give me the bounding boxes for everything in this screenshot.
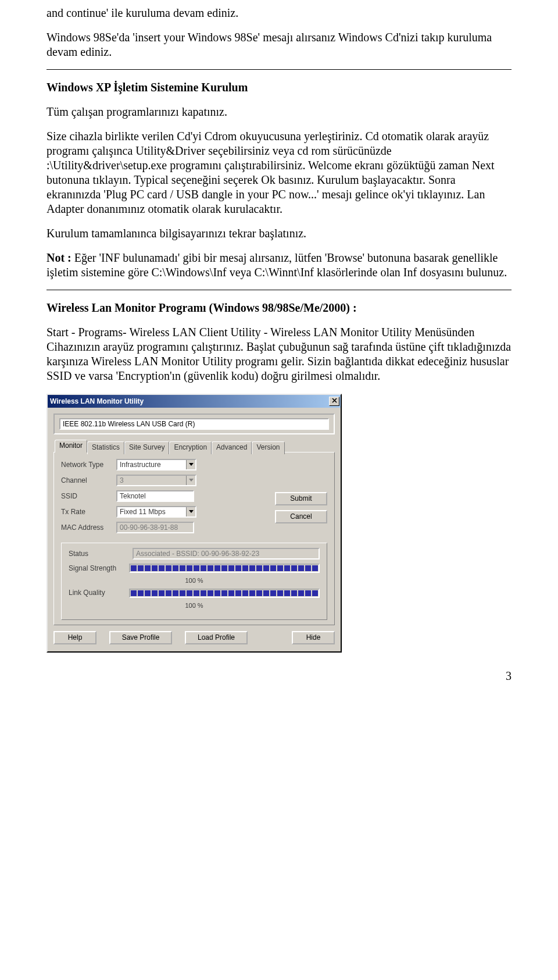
tab-site-survey[interactable]: Site Survey: [124, 441, 169, 454]
tx-rate-value: Fixed 11 Mbps: [117, 507, 186, 516]
label-mac-address: MAC Address: [61, 523, 116, 532]
signal-strength-bar: [129, 564, 320, 573]
heading: Wireless Lan Monitor Programı (Windows 9…: [46, 301, 512, 315]
close-icon: [332, 397, 337, 405]
monitor-panel: Network Type Infrastructure: [53, 452, 335, 625]
link-quality-percent: 100 %: [69, 602, 320, 610]
dialog-screenshot: Wireless LAN Monitor Utility IEEE 802.11…: [46, 394, 512, 653]
tx-rate-combo[interactable]: Fixed 11 Mbps: [116, 506, 196, 518]
page-number: 3: [46, 669, 512, 683]
status-panel: Status Associated - BSSID: 00-90-96-38-9…: [61, 543, 327, 620]
label-status: Status: [69, 550, 133, 558]
tab-monitor[interactable]: Monitor: [55, 440, 87, 452]
note-prefix: Not :: [46, 251, 71, 264]
save-profile-button[interactable]: Save Profile: [109, 631, 172, 644]
tab-statistics[interactable]: Statistics: [87, 441, 124, 454]
paragraph: Size cihazla birlikte verilen Cd'yi Cdro…: [46, 129, 512, 216]
paragraph-note: Not : Eğer 'INF bulunamadı' gibi bir mes…: [46, 251, 512, 280]
paragraph: and continue' ile kuruluma devam ediniz.: [46, 6, 512, 20]
label-tx-rate: Tx Rate: [61, 508, 116, 516]
chevron-down-icon: [186, 460, 195, 469]
wireless-lan-monitor-dialog: Wireless LAN Monitor Utility IEEE 802.11…: [46, 394, 342, 653]
link-quality-bar: [129, 589, 320, 598]
mac-address-field: 00-90-96-38-91-88: [116, 522, 194, 533]
document-page: and continue' ile kuruluma devam ediniz.…: [0, 0, 558, 695]
tab-encryption[interactable]: Encryption: [169, 441, 212, 454]
bottom-button-row: Help Save Profile Load Profile Hide: [53, 625, 335, 644]
paragraph: Tüm çalışan programlarınızı kapatınız.: [46, 105, 512, 119]
label-link-quality: Link Quality: [69, 589, 129, 597]
chevron-down-icon: [186, 476, 195, 485]
network-type-combo[interactable]: Infrastructure: [116, 459, 196, 471]
chevron-down-icon: [186, 507, 195, 516]
titlebar[interactable]: Wireless LAN Monitor Utility: [48, 395, 341, 408]
label-ssid: SSID: [61, 492, 116, 501]
paragraph: Start - Programs- Wireless LAN Client Ut…: [46, 325, 512, 383]
note-body: Eğer 'INF bulunamadı' gibi bir mesaj alı…: [46, 251, 507, 279]
cancel-button[interactable]: Cancel: [275, 510, 327, 523]
signal-strength-percent: 100 %: [69, 577, 320, 585]
load-profile-button[interactable]: Load Profile: [185, 631, 248, 644]
help-button[interactable]: Help: [53, 631, 96, 644]
channel-combo[interactable]: 3: [116, 475, 196, 486]
paragraph: Windows 98Se'da 'insert your Windows 98S…: [46, 30, 512, 59]
status-value: Associated - BSSID: 00-90-96-38-92-23: [133, 548, 320, 560]
label-signal-strength: Signal Strength: [69, 564, 129, 573]
label-channel: Channel: [61, 476, 116, 485]
label-network-type: Network Type: [61, 461, 116, 469]
window-title: Wireless LAN Monitor Utility: [50, 397, 329, 406]
paragraph: Kurulum tamamlanınca bilgisayarınızı tek…: [46, 226, 512, 241]
tab-strip: Monitor Statistics Site Survey Encryptio…: [53, 440, 335, 453]
ssid-input[interactable]: Teknotel: [116, 490, 194, 502]
heading: Windows XP İşletim Sistemine Kurulum: [46, 80, 512, 95]
tab-advanced[interactable]: Advanced: [212, 441, 252, 454]
close-button[interactable]: [329, 397, 339, 406]
network-type-value: Infrastructure: [117, 460, 186, 469]
adapter-box: IEEE 802.11b Wireless LAN USB Card (R): [53, 414, 335, 434]
section-divider: [46, 69, 512, 70]
hide-button[interactable]: Hide: [292, 631, 335, 644]
channel-value: 3: [117, 476, 186, 485]
tab-version[interactable]: Version: [252, 441, 284, 454]
submit-button[interactable]: Submit: [275, 492, 327, 505]
section-divider: [46, 290, 512, 290]
adapter-name-field: IEEE 802.11b Wireless LAN USB Card (R): [59, 418, 329, 430]
